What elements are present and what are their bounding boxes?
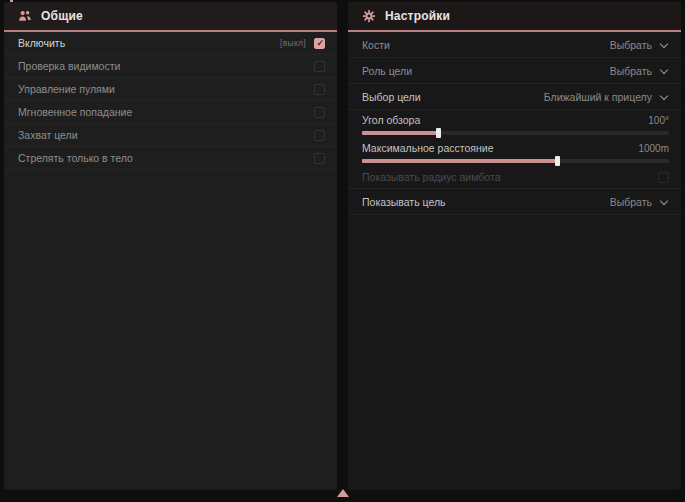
chevron-down-icon	[660, 40, 669, 49]
panel-settings-header: Настройки	[348, 2, 681, 30]
fov-value: 100°	[648, 115, 669, 126]
row-max-distance: Максимальное расстояние 1000m	[348, 138, 681, 166]
row-label: Угол обзора	[362, 114, 420, 126]
visibility-checkbox[interactable]	[314, 61, 325, 72]
max-distance-value: 1000m	[638, 143, 669, 154]
row-label: Показывать радиус аимбота	[362, 171, 501, 183]
row-label: Кости	[362, 39, 390, 51]
max-distance-slider[interactable]	[362, 159, 669, 163]
hotkey-label: [выкл]	[280, 38, 306, 48]
row-bullet-control[interactable]: Управление пулями	[4, 78, 337, 101]
row-label: Роль цели	[362, 65, 412, 77]
row-label: Управление пулями	[18, 83, 115, 95]
panel-general-header: Общие	[4, 2, 337, 30]
target-select-dropdown[interactable]: Ближайший к прицелу	[544, 91, 669, 103]
dropdown-value: Выбрать	[610, 39, 652, 51]
target-role-dropdown[interactable]: Выбрать	[610, 65, 669, 77]
row-label: Проверка видимости	[18, 60, 120, 72]
slider-thumb[interactable]	[555, 156, 560, 166]
show-target-dropdown[interactable]: Выбрать	[610, 196, 669, 208]
row-enable[interactable]: Включить [выкл]	[4, 32, 337, 55]
row-label: Захват цели	[18, 129, 78, 141]
row-label: Включить	[18, 37, 65, 49]
users-icon	[18, 9, 32, 23]
gear-icon	[362, 9, 376, 23]
row-show-target: Показывать цель Выбрать	[348, 189, 681, 215]
row-fov: Угол обзора 100°	[348, 110, 681, 138]
bones-dropdown[interactable]: Выбрать	[610, 39, 669, 51]
dropdown-value: Ближайший к прицелу	[544, 91, 652, 103]
overlay-menu: Общие Включить [выкл] Проверка видимости…	[0, 0, 685, 502]
instant-hit-checkbox[interactable]	[314, 107, 325, 118]
row-target-select: Выбор цели Ближайший к прицелу	[348, 84, 681, 110]
show-aimbot-radius-checkbox[interactable]	[658, 172, 669, 183]
fov-slider[interactable]	[362, 131, 669, 135]
row-target-lock[interactable]: Захват цели	[4, 124, 337, 147]
chevron-down-icon	[660, 197, 669, 206]
row-label: Показывать цель	[362, 196, 446, 208]
row-label: Выбор цели	[362, 91, 421, 103]
cursor-up-triangle-icon	[337, 489, 349, 497]
chevron-down-icon	[660, 66, 669, 75]
panel-general: Общие Включить [выкл] Проверка видимости…	[4, 2, 337, 490]
target-lock-checkbox[interactable]	[314, 130, 325, 141]
row-label: Мгновенное попадание	[18, 106, 132, 118]
body-only-checkbox[interactable]	[314, 153, 325, 164]
row-show-aimbot-radius: Показывать радиус аимбота	[348, 166, 681, 189]
enable-checkbox[interactable]	[314, 38, 325, 49]
dropdown-value: Выбрать	[610, 196, 652, 208]
slider-thumb[interactable]	[436, 128, 441, 138]
panel-settings-title: Настройки	[385, 9, 450, 23]
row-body-only[interactable]: Стрелять только в тело	[4, 147, 337, 170]
dropdown-value: Выбрать	[610, 65, 652, 77]
row-label: Максимальное расстояние	[362, 142, 493, 154]
row-bones: Кости Выбрать	[348, 32, 681, 58]
bullet-control-checkbox[interactable]	[314, 84, 325, 95]
panel-general-title: Общие	[41, 9, 83, 23]
row-visibility-check[interactable]: Проверка видимости	[4, 55, 337, 78]
row-instant-hit[interactable]: Мгновенное попадание	[4, 101, 337, 124]
row-target-role: Роль цели Выбрать	[348, 58, 681, 84]
chevron-down-icon	[660, 92, 669, 101]
panel-settings: Настройки Кости Выбрать Роль цели Выбрат…	[348, 2, 681, 490]
row-label: Стрелять только в тело	[18, 152, 133, 164]
